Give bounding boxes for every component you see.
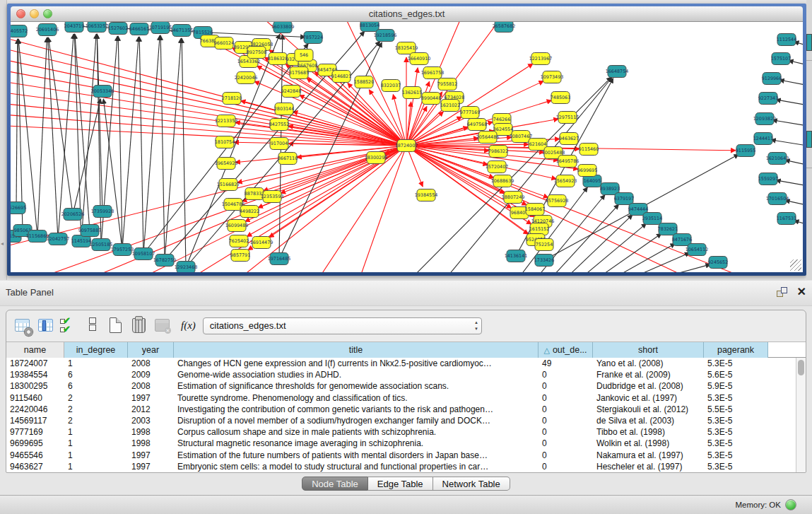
table-cell[interactable]: 2 bbox=[64, 392, 128, 404]
table-row[interactable]: 946554611997Estimation of the future num… bbox=[6, 450, 806, 461]
graph-node[interactable]: 8990448 bbox=[421, 93, 441, 105]
table-cell[interactable]: 18724007 bbox=[6, 358, 64, 369]
graph-node[interactable]: 9660124 bbox=[214, 37, 234, 49]
graph-node[interactable]: 10654112 bbox=[686, 244, 709, 256]
table-cell[interactable]: Hescheler et al. (1997) bbox=[593, 461, 704, 472]
table-cell[interactable]: 5.3E-5 bbox=[704, 461, 768, 472]
left-splitter-strip[interactable]: ◂ bbox=[0, 0, 7, 280]
graph-node[interactable]: 6379197 bbox=[614, 193, 634, 205]
table-cell[interactable]: 0 bbox=[539, 438, 593, 449]
table-cell[interactable]: 5.3E-5 bbox=[704, 358, 768, 369]
table-cell[interactable]: 0 bbox=[539, 461, 593, 472]
tab-network-table[interactable]: Network Table bbox=[433, 477, 510, 491]
graph-node[interactable]: 16033809 bbox=[271, 22, 295, 33]
graph-node[interactable]: 20691406 bbox=[36, 24, 59, 36]
table-cell[interactable]: Estimation of significance thresholds fo… bbox=[174, 380, 539, 392]
graph-node[interactable]: 9699695 bbox=[577, 165, 597, 177]
graph-node[interactable]: 9777169 bbox=[460, 107, 480, 119]
table-cell[interactable]: Yano et al. (2008) bbox=[593, 358, 704, 369]
table-cell[interactable]: 0 bbox=[539, 380, 593, 392]
table-cell[interactable]: 2003 bbox=[128, 415, 174, 426]
graph-node[interactable]: 20053346 bbox=[91, 86, 114, 98]
graph-node[interactable]: 2043719 bbox=[64, 22, 84, 33]
table-cell[interactable]: Stergiakouli et al. (2012) bbox=[593, 404, 704, 415]
graph-node[interactable]: 12093822 bbox=[753, 113, 777, 125]
table-cell[interactable]: 19384554 bbox=[6, 369, 64, 380]
tab-node-table[interactable]: Node Table bbox=[302, 477, 368, 491]
table-cell[interactable]: 1997 bbox=[128, 461, 174, 472]
graph-node[interactable]: 16782759 bbox=[153, 255, 177, 267]
table-cell[interactable]: 5.9E-5 bbox=[704, 380, 768, 392]
table-cell[interactable]: 18300295 bbox=[6, 380, 64, 392]
graph-node[interactable]: 1615152 bbox=[529, 223, 549, 235]
graph-node[interactable]: 164095 bbox=[583, 175, 601, 187]
graph-node[interactable]: 12213967 bbox=[529, 53, 553, 65]
float-panel-icon[interactable] bbox=[777, 287, 788, 298]
table-row[interactable]: 2242004622012Investigating the contribut… bbox=[6, 404, 806, 415]
table-cell[interactable]: 1998 bbox=[128, 438, 174, 449]
graph-node[interactable]: 12923468 bbox=[175, 262, 198, 273]
graph-node[interactable]: 9245652 bbox=[708, 257, 728, 269]
graph-node[interactable]: 15720407 bbox=[486, 161, 509, 173]
table-vertical-scrollbar[interactable] bbox=[796, 358, 806, 472]
table-cell[interactable]: Corpus callosum shape and size in male p… bbox=[174, 426, 539, 438]
window-titlebar[interactable]: citations_edges.txt bbox=[11, 6, 803, 22]
graph-node[interactable]: 2935114 bbox=[642, 213, 662, 225]
table-cell[interactable]: 2008 bbox=[128, 380, 174, 392]
table-cell[interactable]: 1 bbox=[64, 450, 128, 461]
table-cell[interactable]: 0 bbox=[539, 404, 593, 415]
graph-node[interactable]: 7832621 bbox=[658, 223, 678, 235]
table-cell[interactable]: Structural magnetic resonance image aver… bbox=[174, 438, 539, 449]
graph-node[interactable]: 10688639 bbox=[491, 175, 514, 187]
splitter-collapse-icon[interactable]: ◂ bbox=[1, 240, 4, 247]
graph-node[interactable]: 1588520 bbox=[354, 76, 374, 88]
graph-node[interactable]: 1559297 bbox=[758, 173, 778, 185]
graph-node[interactable]: 19716485 bbox=[268, 253, 291, 265]
graph-node[interactable]: 8427552 bbox=[269, 119, 289, 131]
graph-node[interactable]: 8186328 bbox=[268, 53, 288, 65]
table-cell[interactable]: 14569117 bbox=[6, 415, 64, 426]
table-cell[interactable]: 1 bbox=[64, 358, 128, 369]
graph-node[interactable]: 1810754 bbox=[215, 136, 235, 148]
table-cell[interactable]: Embryonic stem cells: a model to study s… bbox=[174, 461, 539, 472]
table-cell[interactable]: 5.3E-5 bbox=[704, 392, 768, 404]
table-cell[interactable]: 9465546 bbox=[6, 450, 64, 461]
table-cell[interactable]: 2012 bbox=[128, 404, 174, 415]
graph-node[interactable]: 18325419 bbox=[395, 42, 418, 54]
table-cell[interactable]: 1998 bbox=[128, 426, 174, 438]
graph-node[interactable]: 9129966 bbox=[762, 73, 782, 85]
close-panel-icon[interactable]: ✕ bbox=[797, 285, 806, 299]
graph-node[interactable]: 9115955 bbox=[736, 145, 755, 157]
graph-node[interactable]: 18300295 bbox=[365, 152, 388, 164]
table-cell[interactable]: 2 bbox=[64, 415, 128, 426]
graph-node[interactable]: 22420046 bbox=[235, 72, 258, 84]
graph-node[interactable]: 9857791 bbox=[230, 250, 250, 262]
graph-node[interactable]: 12353593 bbox=[261, 191, 284, 203]
graph-node[interactable]: 7955812 bbox=[437, 78, 457, 90]
graph-node[interactable]: 11156869 bbox=[26, 230, 49, 243]
graph-node[interactable]: 10973493 bbox=[541, 71, 564, 83]
graph-node[interactable]: 20564486 bbox=[476, 132, 500, 144]
graph-node[interactable]: 12975115 bbox=[556, 112, 579, 124]
table-cell[interactable]: 5.6E-5 bbox=[704, 369, 768, 380]
row-selection-icon[interactable]: ✔✔ bbox=[60, 317, 78, 335]
graph-node[interactable]: 8322037 bbox=[381, 80, 401, 92]
column-header-title[interactable]: title bbox=[174, 342, 539, 358]
graph-node[interactable]: 1405572 bbox=[11, 25, 28, 37]
table-cell[interactable]: 0 bbox=[539, 450, 593, 461]
table-row[interactable]: 977716911998Corpus callosum shape and si… bbox=[6, 426, 806, 438]
graph-node[interactable]: 1584067 bbox=[525, 204, 545, 216]
graph-node[interactable]: 15756928 bbox=[546, 195, 569, 207]
graph-node[interactable]: 6497568 bbox=[467, 119, 487, 131]
graph-node[interactable]: 16961758 bbox=[421, 67, 445, 79]
graph-node[interactable]: 14671355 bbox=[170, 25, 194, 37]
graph-node[interactable]: 7625402 bbox=[229, 235, 249, 247]
graph-node[interactable]: 20206526 bbox=[61, 209, 85, 221]
table-cell[interactable]: 0 bbox=[539, 369, 593, 380]
table-cell[interactable]: Dudbridge et al. (2008) bbox=[593, 380, 704, 392]
column-header-year[interactable]: year bbox=[128, 342, 174, 358]
resize-grip-icon[interactable] bbox=[790, 259, 801, 271]
graph-node[interactable]: 1167531 bbox=[777, 213, 796, 225]
graph-node[interactable]: 1527602 bbox=[108, 23, 128, 35]
graph-node[interactable]: 1112544 bbox=[777, 34, 796, 46]
